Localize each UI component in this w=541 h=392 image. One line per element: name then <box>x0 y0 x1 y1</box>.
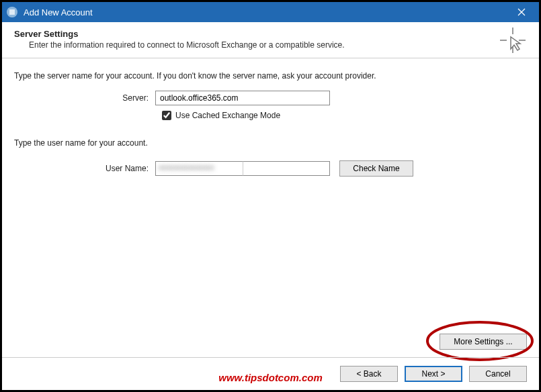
user-instruction: Type the user name for your account. <box>14 138 527 148</box>
cached-mode-label: Use Cached Exchange Mode <box>175 111 280 120</box>
username-label: User Name: <box>14 164 155 173</box>
more-settings-button[interactable]: More Settings ... <box>440 334 527 350</box>
server-instruction: Type the server name for your account. I… <box>14 70 527 81</box>
cached-mode-checkbox[interactable] <box>162 111 171 120</box>
wizard-header: Server Settings Enter the information re… <box>2 22 539 58</box>
server-input[interactable] <box>155 91 330 105</box>
username-input[interactable] <box>243 161 330 176</box>
username-row: User Name: xxxxxxxxxxxxxxx Check Name <box>14 160 527 177</box>
content-area: Type the server name for your account. I… <box>2 58 539 177</box>
back-button[interactable]: < Back <box>340 366 398 382</box>
server-label: Server: <box>14 93 155 103</box>
more-settings-area: More Settings ... <box>440 334 527 350</box>
server-row: Server: <box>14 91 527 105</box>
page-heading: Server Settings <box>14 29 527 39</box>
svg-rect-1 <box>9 9 15 15</box>
app-icon <box>6 6 18 18</box>
window-title: Add New Account <box>24 7 508 17</box>
cancel-button[interactable]: Cancel <box>469 366 527 382</box>
username-prefilled: xxxxxxxxxxxxxxx <box>155 161 243 176</box>
cursor-icon <box>499 26 527 56</box>
check-name-button[interactable]: Check Name <box>339 160 413 177</box>
cached-mode-row: Use Cached Exchange Mode <box>162 111 527 120</box>
next-button[interactable]: Next > <box>405 366 462 382</box>
close-icon[interactable] <box>508 2 535 22</box>
wizard-footer: < Back Next > Cancel <box>2 357 539 386</box>
titlebar: Add New Account <box>2 2 539 22</box>
page-subheading: Enter the information required to connec… <box>14 40 527 50</box>
